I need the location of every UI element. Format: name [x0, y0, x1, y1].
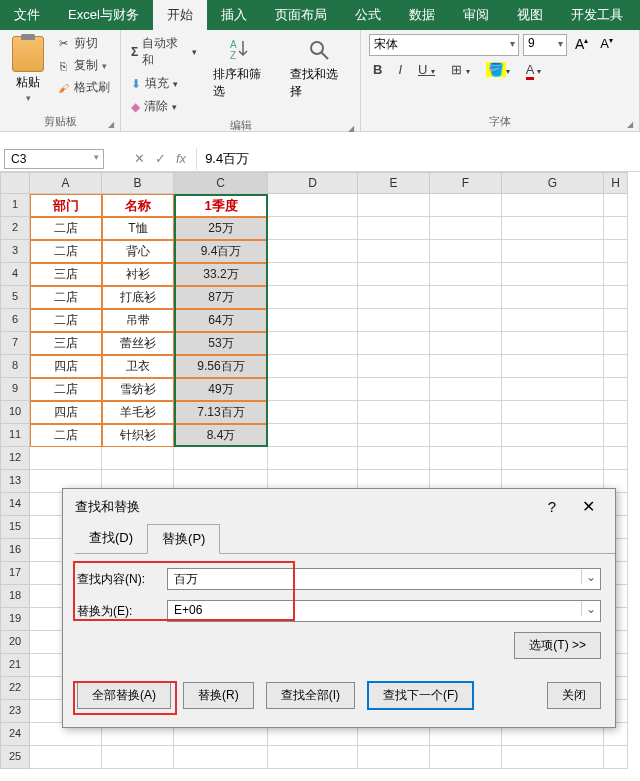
cell[interactable] — [268, 401, 358, 424]
copy-button[interactable]: ⎘复制▾ — [54, 56, 112, 75]
cell[interactable] — [604, 309, 628, 332]
col-header[interactable]: B — [102, 172, 174, 194]
cell[interactable] — [358, 194, 430, 217]
col-header[interactable]: E — [358, 172, 430, 194]
row-header[interactable]: 10 — [0, 401, 30, 424]
cell[interactable]: 二店 — [30, 309, 102, 332]
help-button[interactable]: ? — [548, 498, 556, 515]
cell[interactable]: 针织衫 — [102, 424, 174, 447]
cell[interactable] — [358, 424, 430, 447]
cell[interactable] — [268, 263, 358, 286]
row-header[interactable]: 25 — [0, 746, 30, 769]
cell[interactable] — [604, 378, 628, 401]
cell[interactable] — [174, 447, 268, 470]
cell[interactable] — [502, 424, 604, 447]
cell[interactable] — [268, 217, 358, 240]
cell[interactable] — [502, 378, 604, 401]
cell[interactable]: 蕾丝衫 — [102, 332, 174, 355]
fx-icon[interactable]: fx — [176, 151, 186, 166]
cell[interactable]: 卫衣 — [102, 355, 174, 378]
fill-color-button[interactable]: 🪣▾ — [482, 60, 514, 79]
cell[interactable]: 背心 — [102, 240, 174, 263]
cell[interactable]: 衬衫 — [102, 263, 174, 286]
options-button[interactable]: 选项(T) >> — [514, 632, 601, 659]
find-input[interactable]: 百万 — [167, 568, 601, 590]
cell[interactable] — [268, 447, 358, 470]
ribbon-tab[interactable]: 页面布局 — [261, 0, 341, 30]
replace-input[interactable]: E+06 — [167, 600, 601, 622]
cell[interactable] — [604, 217, 628, 240]
enter-icon[interactable]: ✓ — [155, 151, 166, 166]
row-header[interactable]: 14 — [0, 493, 30, 516]
row-header[interactable]: 16 — [0, 539, 30, 562]
cell[interactable] — [430, 424, 502, 447]
cell[interactable] — [502, 194, 604, 217]
cell[interactable] — [502, 355, 604, 378]
tab-find[interactable]: 查找(D) — [75, 524, 147, 553]
ribbon-tab[interactable]: 开发工具 — [557, 0, 637, 30]
row-header[interactable]: 5 — [0, 286, 30, 309]
italic-button[interactable]: I — [394, 60, 406, 79]
ribbon-tab[interactable]: 视图 — [503, 0, 557, 30]
cell[interactable] — [604, 194, 628, 217]
replace-button[interactable]: 替换(R) — [183, 682, 254, 709]
cell[interactable]: 二店 — [30, 240, 102, 263]
row-header[interactable]: 9 — [0, 378, 30, 401]
cell[interactable] — [268, 355, 358, 378]
sort-filter-button[interactable]: AZ 排序和筛选 — [209, 34, 275, 116]
find-all-button[interactable]: 查找全部(I) — [266, 682, 355, 709]
cell[interactable] — [502, 401, 604, 424]
cell[interactable]: 部门 — [30, 194, 102, 217]
cell[interactable] — [604, 424, 628, 447]
select-all-corner[interactable] — [0, 172, 30, 194]
cell[interactable] — [268, 424, 358, 447]
cell[interactable] — [430, 217, 502, 240]
ribbon-tab[interactable]: 审阅 — [449, 0, 503, 30]
cell[interactable]: 三店 — [30, 263, 102, 286]
cell[interactable] — [502, 332, 604, 355]
row-header[interactable]: 1 — [0, 194, 30, 217]
cell[interactable]: 二店 — [30, 217, 102, 240]
find-select-button[interactable]: 查找和选择 — [286, 34, 352, 116]
col-header[interactable]: F — [430, 172, 502, 194]
cell[interactable] — [268, 240, 358, 263]
col-header[interactable]: G — [502, 172, 604, 194]
cell[interactable]: 53万 — [174, 332, 268, 355]
cell[interactable] — [174, 746, 268, 769]
cell[interactable] — [604, 355, 628, 378]
fill-button[interactable]: ⬇ 填充 ▾ — [129, 74, 199, 93]
cell[interactable] — [604, 447, 628, 470]
cell[interactable] — [502, 447, 604, 470]
cell[interactable] — [502, 746, 604, 769]
col-header[interactable]: A — [30, 172, 102, 194]
format-painter-button[interactable]: 🖌格式刷 — [54, 78, 112, 97]
tab-replace[interactable]: 替换(P) — [147, 524, 220, 554]
row-header[interactable]: 8 — [0, 355, 30, 378]
cell[interactable] — [358, 217, 430, 240]
row-header[interactable]: 3 — [0, 240, 30, 263]
font-size-select[interactable]: 9 — [523, 34, 567, 56]
cell[interactable] — [430, 447, 502, 470]
row-header[interactable]: 17 — [0, 562, 30, 585]
cell[interactable] — [604, 401, 628, 424]
row-header[interactable]: 7 — [0, 332, 30, 355]
cell[interactable] — [358, 332, 430, 355]
cell[interactable] — [102, 447, 174, 470]
ribbon-tab[interactable]: 数据 — [395, 0, 449, 30]
name-box[interactable]: C3 — [4, 149, 104, 169]
cell[interactable] — [604, 263, 628, 286]
cell[interactable] — [358, 378, 430, 401]
row-header[interactable]: 13 — [0, 470, 30, 493]
close-icon[interactable]: ✕ — [574, 497, 603, 516]
cell[interactable]: 打底衫 — [102, 286, 174, 309]
cell[interactable] — [430, 355, 502, 378]
col-header[interactable]: D — [268, 172, 358, 194]
cell[interactable] — [30, 746, 102, 769]
cell[interactable] — [430, 401, 502, 424]
cut-button[interactable]: ✂剪切 — [54, 34, 112, 53]
row-header[interactable]: 24 — [0, 723, 30, 746]
row-header[interactable]: 6 — [0, 309, 30, 332]
cell[interactable] — [430, 240, 502, 263]
row-header[interactable]: 21 — [0, 654, 30, 677]
cell[interactable]: 9.4百万 — [174, 240, 268, 263]
